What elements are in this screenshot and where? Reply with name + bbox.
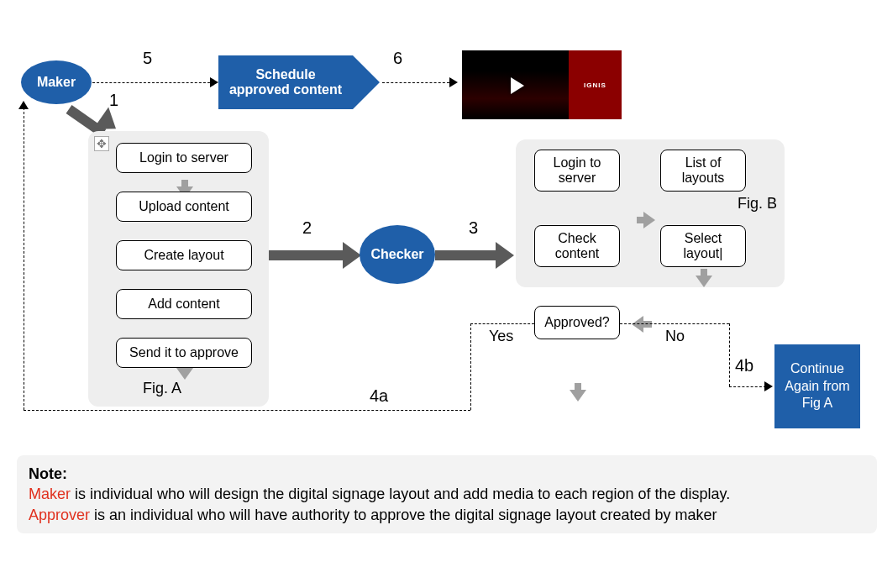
figA-box-addcontent: Add content xyxy=(116,289,252,319)
step-label-6: 6 xyxy=(393,49,402,68)
big-arrow-3-shaft xyxy=(435,250,498,260)
arrow-left-icon xyxy=(632,316,643,333)
note-maker-rest: is individual who will design the digita… xyxy=(71,486,730,502)
step-label-5: 5 xyxy=(143,49,152,68)
thumbnail-brand: IGNIS xyxy=(584,81,606,89)
figA-box-login: Login to server xyxy=(116,143,252,173)
dashed-arrow-6 xyxy=(382,82,449,83)
decision-yes-label: Yes xyxy=(489,328,513,345)
note-panel: Note: Maker is individual who will desig… xyxy=(17,455,877,533)
arrowhead-6 xyxy=(449,77,458,87)
actor-checker-label: Checker xyxy=(370,247,423,262)
actor-checker: Checker xyxy=(360,225,435,284)
figB-box-select-text: Select layout| xyxy=(684,231,723,261)
figA-label: Fig. A xyxy=(143,380,181,397)
decision-label: Approved? xyxy=(544,315,609,330)
actor-maker-label: Maker xyxy=(37,75,76,90)
note-line-approver: Approver is an individual who will have … xyxy=(29,505,865,525)
figB-box-list: List of layouts xyxy=(660,150,746,192)
figA-box-createlayout: Create layout xyxy=(116,240,252,270)
dashed-no-h1 xyxy=(620,323,729,324)
arrow-right-icon xyxy=(643,212,655,228)
schedule-arrowhead-icon xyxy=(353,55,380,109)
arrow-down-icon-6 xyxy=(570,390,586,402)
figB-box-check: Check content xyxy=(534,225,620,267)
play-icon xyxy=(511,77,524,94)
step-label-1: 1 xyxy=(109,91,118,110)
big-arrow-2-head xyxy=(343,242,361,269)
figA-box-addcontent-text: Add content xyxy=(148,297,219,312)
dashed-4a-h xyxy=(24,410,470,411)
thumbnail-main xyxy=(462,50,569,119)
note-approver-rest: is an individual who will have authority… xyxy=(90,507,717,523)
arrowhead-5 xyxy=(210,77,218,87)
schedule-box-wrap: Schedule approved content xyxy=(218,55,380,109)
move-handle-icon: ✥ xyxy=(94,136,109,151)
dashed-no-v xyxy=(729,323,730,386)
content-thumbnail: IGNIS xyxy=(462,50,622,119)
arrow-down-icon-4 xyxy=(176,368,193,380)
arrowhead-4b xyxy=(764,381,773,391)
step-label-3: 3 xyxy=(469,218,478,238)
arrowhead-4a-up xyxy=(18,101,29,109)
figB-box-list-text: List of layouts xyxy=(682,155,725,186)
actor-maker: Maker xyxy=(21,60,92,104)
big-arrow-2-shaft xyxy=(269,250,344,260)
figB-box-login-text: Login to server xyxy=(554,155,601,186)
decision-no-label: No xyxy=(665,328,685,345)
note-approver-term: Approver xyxy=(29,507,90,523)
step-label-2: 2 xyxy=(302,218,312,238)
figB-box-check-text: Check content xyxy=(555,231,599,261)
figB-label: Fig. B xyxy=(738,195,777,213)
dashed-arrow-5 xyxy=(92,82,210,83)
figA-box-upload-text: Upload content xyxy=(139,199,229,214)
big-arrow-3-head xyxy=(496,242,514,269)
dashed-4a-v xyxy=(24,108,24,410)
figA-box-login-text: Login to server xyxy=(139,150,228,165)
figB-box-login: Login to server xyxy=(534,150,620,192)
continue-box-text: Continue Again from Fig A xyxy=(785,360,849,412)
note-title: Note: xyxy=(29,464,865,484)
schedule-box: Schedule approved content xyxy=(218,55,353,109)
diagram-canvas: Maker 5 Schedule approved content 6 IGNI… xyxy=(0,0,882,588)
arrow-down-icon-5 xyxy=(696,276,712,287)
note-maker-term: Maker xyxy=(29,486,71,502)
schedule-box-text: Schedule approved content xyxy=(229,67,342,98)
continue-box: Continue Again from Fig A xyxy=(774,344,860,428)
dashed-yes-v xyxy=(470,323,471,410)
figA-box-createlayout-text: Create layout xyxy=(144,248,223,263)
thumbnail-side: IGNIS xyxy=(569,50,622,119)
note-line-maker: Maker is individual who will design the … xyxy=(29,484,865,504)
figB-box-select: Select layout| xyxy=(660,225,746,267)
dashed-no-h2 xyxy=(729,386,766,387)
figA-box-sendapprove-text: Send it to approve xyxy=(129,345,239,360)
figA-box-upload: Upload content xyxy=(116,192,252,222)
figA-box-sendapprove: Send it to approve xyxy=(116,338,252,368)
dashed-yes-h xyxy=(470,323,534,324)
step-label-4a: 4a xyxy=(370,386,388,406)
decision-approved: Approved? xyxy=(534,306,620,339)
step-label-4b: 4b xyxy=(735,356,753,375)
